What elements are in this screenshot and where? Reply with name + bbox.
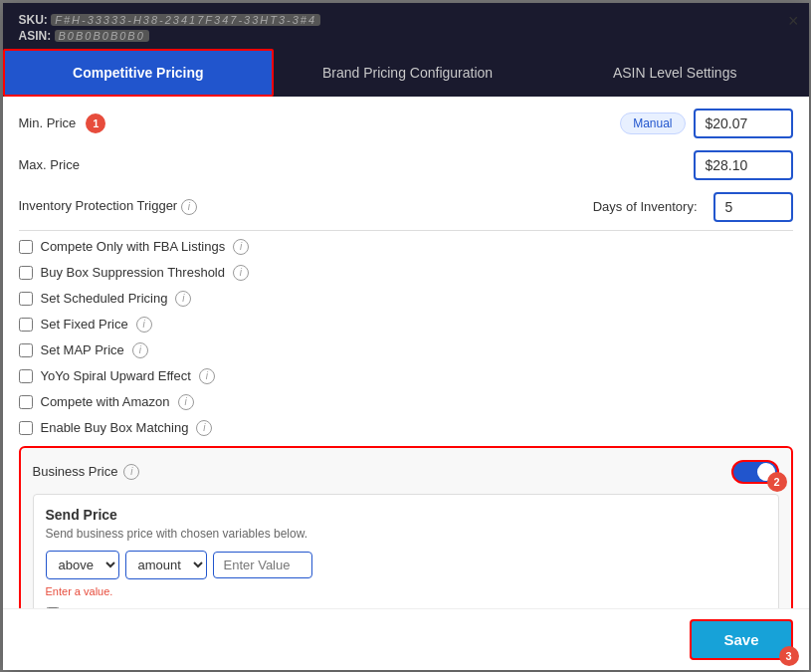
inventory-label: Inventory Protection Trigger i xyxy=(19,198,197,215)
min-price-row: Min. Price 1 Manual xyxy=(19,109,793,138)
enter-value-input[interactable] xyxy=(213,552,312,578)
amazon-info-icon[interactable]: i xyxy=(178,394,194,410)
business-header: Business Price i 2 xyxy=(33,460,779,484)
max-price-label: Max. Price xyxy=(19,157,80,172)
checkbox-buybox-match: Enable Buy Box Matching i xyxy=(19,420,793,436)
modal-header: SKU: F#H-33333-H38-23417F347-33HT3-3#4 A… xyxy=(3,3,809,49)
save-label: Save xyxy=(723,631,758,648)
checkbox-buybox-match-input[interactable] xyxy=(19,421,33,435)
map-info-icon[interactable]: i xyxy=(132,342,148,358)
inventory-label-text: Inventory Protection Trigger xyxy=(19,198,178,213)
amount-percent-select[interactable]: amount percent xyxy=(125,551,207,579)
close-button[interactable]: × xyxy=(788,11,799,32)
checkbox-fixed: Set Fixed Price i xyxy=(19,317,793,333)
checkbox-buybox-match-label: Enable Buy Box Matching xyxy=(41,420,189,435)
min-price-input[interactable] xyxy=(694,109,793,138)
modal-overlay: × SKU: F#H-33333-H38-23417F347-33HT3-3#4… xyxy=(0,0,811,672)
business-info-icon[interactable]: i xyxy=(123,464,139,480)
buybox-suppress-info-icon[interactable]: i xyxy=(233,265,249,281)
min-price-label: Min. Price 1 xyxy=(19,113,106,133)
inventory-row: Inventory Protection Trigger i Days of I… xyxy=(19,192,793,222)
checkbox-amazon: Compete with Amazon i xyxy=(19,394,793,410)
divider xyxy=(19,230,793,231)
checkbox-fba: Compete Only with FBA Listings i xyxy=(19,239,793,255)
checkbox-fba-label: Compete Only with FBA Listings xyxy=(41,239,226,254)
buybox-match-info-icon[interactable]: i xyxy=(196,420,212,436)
checkbox-amazon-label: Compete with Amazon xyxy=(41,394,170,409)
checkbox-fixed-input[interactable] xyxy=(19,318,33,332)
modal-footer: Save 3 xyxy=(3,608,809,670)
inventory-info-icon[interactable]: i xyxy=(181,199,197,215)
checkbox-map-input[interactable] xyxy=(19,343,33,357)
send-price-title: Send Price xyxy=(46,507,766,523)
inventory-right: Days of Inventory: xyxy=(593,192,793,222)
toggle-container: 2 xyxy=(731,460,779,484)
checkbox-buybox-suppress-label: Buy Box Suppression Threshold xyxy=(41,265,225,280)
business-label: Business Price i xyxy=(33,464,140,480)
checkbox-yoyo-input[interactable] xyxy=(19,369,33,383)
send-price-sub: Send business price with chosen variable… xyxy=(46,527,766,541)
checkbox-map: Set MAP Price i xyxy=(19,342,793,358)
checkbox-map-label: Set MAP Price xyxy=(41,342,124,357)
checkbox-yoyo-label: YoYo Spiral Upward Effect xyxy=(41,368,191,383)
sku-value: F#H-33333-H38-23417F347-33HT3-3#4 xyxy=(51,14,320,26)
tab-competitive-pricing[interactable]: Competitive Pricing xyxy=(3,49,275,97)
max-price-input[interactable] xyxy=(694,150,793,180)
save-button[interactable]: Save 3 xyxy=(690,619,792,660)
manual-badge: Manual xyxy=(620,112,685,134)
send-price-box: Send Price Send business price with chos… xyxy=(33,494,779,608)
checkbox-scheduled: Set Scheduled Pricing i xyxy=(19,291,793,307)
checkbox-yoyo: YoYo Spiral Upward Effect i xyxy=(19,368,793,384)
save-badge: 3 xyxy=(779,646,799,666)
days-input[interactable] xyxy=(713,192,793,222)
sku-line: SKU: F#H-33333-H38-23417F347-33HT3-3#4 xyxy=(19,13,793,27)
min-price-text: Min. Price xyxy=(19,115,77,130)
business-section: Business Price i 2 Send Price Send busin… xyxy=(19,446,793,608)
asin-value: B0B0B0B0B0 xyxy=(55,30,149,42)
asin-line: ASIN: B0B0B0B0B0 xyxy=(19,29,793,43)
tab-bar: Competitive Pricing Brand Pricing Config… xyxy=(3,49,809,97)
asin-label: ASIN: xyxy=(19,29,52,43)
scheduled-info-icon[interactable]: i xyxy=(175,291,191,307)
send-price-controls: above below equal amount percent xyxy=(46,551,766,579)
modal: × SKU: F#H-33333-H38-23417F347-33HT3-3#4… xyxy=(3,3,809,670)
tab-brand-pricing[interactable]: Brand Pricing Configuration xyxy=(274,49,541,97)
fixed-info-icon[interactable]: i xyxy=(136,317,152,333)
business-label-text: Business Price xyxy=(33,464,118,479)
checkbox-fba-input[interactable] xyxy=(19,240,33,254)
checkbox-scheduled-label: Set Scheduled Pricing xyxy=(41,291,168,306)
checkbox-fixed-label: Set Fixed Price xyxy=(41,317,128,332)
days-label: Days of Inventory: xyxy=(593,199,698,214)
min-price-badge: 1 xyxy=(86,113,105,133)
error-text: Enter a value. xyxy=(46,585,766,597)
above-below-select[interactable]: above below equal xyxy=(46,551,119,579)
checkbox-buybox-suppress-input[interactable] xyxy=(19,266,33,280)
checkboxes-container: Compete Only with FBA Listings i Buy Box… xyxy=(19,239,793,436)
business-badge: 2 xyxy=(767,472,787,492)
checkbox-buybox-suppress: Buy Box Suppression Threshold i xyxy=(19,265,793,281)
modal-body: Min. Price 1 Manual Max. Price Inventory… xyxy=(3,97,809,608)
yoyo-info-icon[interactable]: i xyxy=(199,368,215,384)
sku-label: SKU: xyxy=(19,13,48,27)
max-price-row: Max. Price xyxy=(19,150,793,180)
fba-info-icon[interactable]: i xyxy=(233,239,249,255)
tab-asin-settings[interactable]: ASIN Level Settings xyxy=(541,49,809,97)
checkbox-amazon-input[interactable] xyxy=(19,395,33,409)
checkbox-scheduled-input[interactable] xyxy=(19,292,33,306)
